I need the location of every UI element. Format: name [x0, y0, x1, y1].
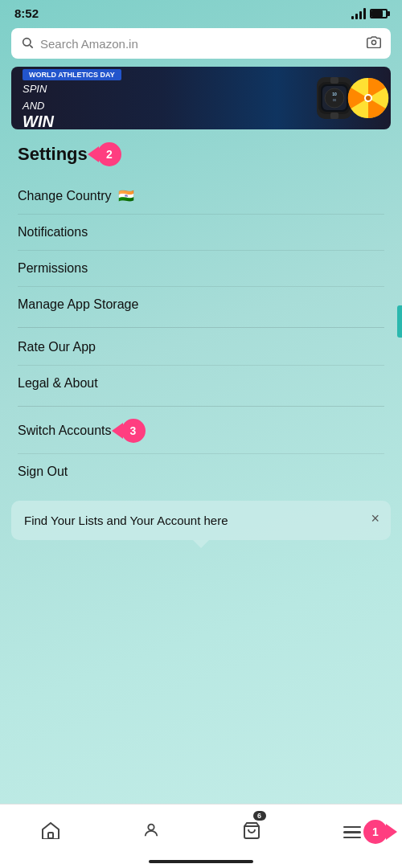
home-bar	[149, 860, 253, 863]
notifications-label: Notifications	[18, 225, 88, 240]
legal-label: Legal & About	[18, 376, 98, 391]
svg-text:00: 00	[333, 98, 337, 102]
battery-icon	[370, 9, 388, 18]
svg-point-2	[371, 40, 375, 44]
menu-item-notifications[interactable]: Notifications	[18, 215, 384, 251]
search-bar[interactable]: Search Amazon.in	[11, 28, 391, 59]
banner-subtitle: SPIN	[23, 84, 299, 95]
signal-icon	[351, 8, 366, 19]
nav-account[interactable]	[100, 805, 201, 860]
tooltip-close-button[interactable]: ×	[371, 510, 379, 527]
account-icon	[142, 821, 160, 844]
tooltip-box: Find Your Lists and Your Account here ×	[11, 501, 391, 540]
status-right	[351, 8, 388, 19]
menu-item-legal[interactable]: Legal & About	[18, 366, 384, 401]
banner-right: 10 00	[310, 67, 391, 129]
step-1-badge: 1	[363, 820, 388, 844]
bottom-nav: 6	[0, 804, 402, 868]
switch-accounts-label: Switch Accounts	[18, 424, 112, 438]
menu-divider-1	[18, 327, 384, 328]
settings-header: Settings 2	[18, 142, 384, 166]
svg-text:10: 10	[332, 92, 337, 96]
rate-app-label: Rate Our App	[18, 340, 96, 354]
menu-item-change-country[interactable]: Change Country 🇮🇳	[18, 178, 384, 215]
search-placeholder: Search Amazon.in	[40, 37, 360, 51]
banner-text: WORLD ATHLETICS DAY SPIN AND WIN	[11, 67, 310, 129]
menu-item-permissions[interactable]: Permissions	[18, 251, 384, 287]
teal-tab	[397, 305, 402, 338]
svg-point-13	[366, 96, 371, 100]
menu-item-switch-accounts[interactable]: Switch Accounts 3	[18, 408, 384, 453]
hamburger-icon	[343, 826, 361, 839]
status-bar: 8:52	[0, 0, 402, 23]
step-2-badge: 2	[97, 142, 121, 166]
cart-icon	[242, 821, 261, 844]
banner-tag: WORLD ATHLETICS DAY	[23, 69, 121, 80]
svg-rect-14	[48, 833, 53, 838]
menu-item-manage-storage[interactable]: Manage App Storage	[18, 287, 384, 322]
nav-home[interactable]	[0, 805, 100, 860]
menu-group-2: Rate Our App Legal & About	[18, 330, 384, 401]
banner-title: SPIN AND WIN	[23, 84, 299, 129]
search-icon	[21, 36, 34, 51]
india-flag-icon: 🇮🇳	[118, 188, 134, 203]
svg-line-1	[30, 45, 32, 47]
menu-item-sign-out[interactable]: Sign Out	[18, 454, 384, 489]
manage-storage-label: Manage App Storage	[18, 297, 138, 312]
home-icon	[41, 821, 60, 844]
change-country-label: Change Country	[18, 189, 112, 203]
permissions-label: Permissions	[18, 261, 88, 276]
svg-point-15	[148, 824, 154, 829]
svg-point-0	[23, 38, 31, 45]
settings-title: Settings	[18, 144, 88, 165]
wheel-image	[347, 77, 389, 119]
nav-cart[interactable]: 6	[201, 805, 302, 860]
camera-icon[interactable]	[367, 35, 381, 51]
promo-banner[interactable]: WORLD ATHLETICS DAY SPIN AND WIN 10 00	[11, 67, 391, 129]
cart-count: 6	[253, 811, 266, 821]
svg-rect-9	[330, 77, 338, 84]
menu-divider-2	[18, 406, 384, 407]
tooltip-text: Find Your Lists and Your Account here	[24, 512, 364, 529]
sign-out-label: Sign Out	[18, 465, 68, 479]
svg-rect-10	[330, 113, 338, 119]
time: 8:52	[14, 6, 39, 20]
menu-item-rate-app[interactable]: Rate Our App	[18, 330, 384, 366]
settings-section: Settings 2 Change Country 🇮🇳 Notificatio…	[0, 142, 402, 489]
menu-group-1: Change Country 🇮🇳 Notifications Permissi…	[18, 178, 384, 322]
step-3-badge: 3	[121, 419, 146, 443]
